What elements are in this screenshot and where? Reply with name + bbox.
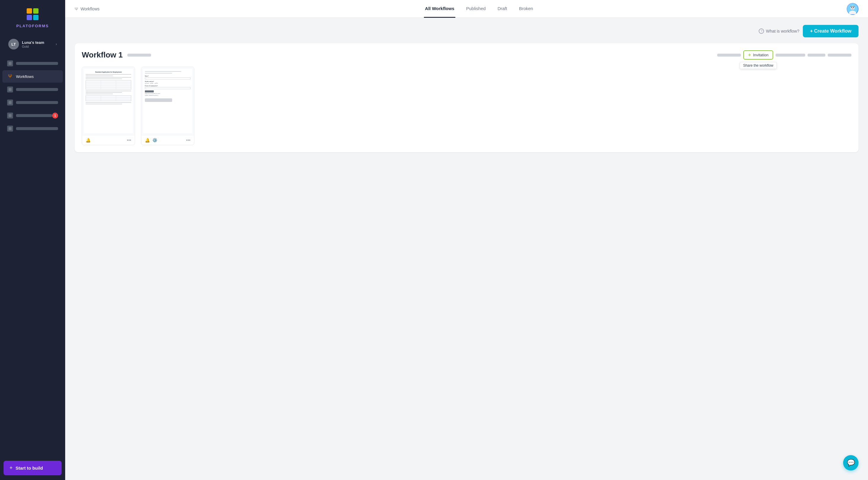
sidebar-item-5-label xyxy=(16,127,58,130)
breadcrumb-label: Workflows xyxy=(81,6,99,11)
form2-footer-text-2: Qualities. Standard this product is. xyxy=(145,95,190,96)
workflow-forms: Standard Application for Employment xyxy=(82,67,851,145)
question-icon: ? xyxy=(759,28,764,34)
svg-rect-9 xyxy=(850,6,855,7)
invitation-label: Invitation xyxy=(753,53,769,57)
team-plan: Gold xyxy=(22,45,56,48)
form2-radio-female: Female xyxy=(145,83,149,84)
sidebar: PLATOFORMS LT Luna's team Gold › Ψ Workf… xyxy=(0,0,65,480)
sidebar-item-workflows[interactable]: Ψ Workflows xyxy=(2,70,63,83)
bell-icon[interactable]: 🔔 xyxy=(86,138,91,143)
create-workflow-label: + Create Workflow xyxy=(810,28,851,34)
form-line xyxy=(86,104,122,104)
settings-icon[interactable]: ⚙️ xyxy=(152,138,157,143)
platoforms-logo-icon xyxy=(26,7,40,21)
form-card-1-footer: 🔔 ••• xyxy=(82,135,135,145)
sidebar-item-4-label xyxy=(16,114,52,117)
workflow-action-1 xyxy=(717,54,741,57)
sidebar-item-2[interactable] xyxy=(2,83,63,96)
breadcrumb-icon: Ψ xyxy=(75,6,78,11)
form-table-2 xyxy=(86,95,131,101)
svg-rect-0 xyxy=(27,8,32,13)
form-2-content: Name* Gender options* Female xyxy=(143,69,192,133)
team-info: Luna's team Gold xyxy=(22,40,56,48)
form-card-1-preview: Standard Application for Employment xyxy=(82,67,135,135)
form2-gender-options: Female Male Other xyxy=(145,83,190,84)
form-table xyxy=(86,80,131,89)
form-line xyxy=(86,94,113,94)
form2-employment-input xyxy=(145,87,190,89)
tab-all-workflows[interactable]: All Workflows xyxy=(424,0,456,18)
sidebar-item-5[interactable] xyxy=(2,122,63,135)
team-avatar: LT xyxy=(8,39,19,50)
sidebar-item-3-icon xyxy=(7,99,13,106)
form-2-line xyxy=(145,73,172,73)
form-card-2-footer: 🔔 ⚙️ ••• xyxy=(141,135,194,145)
chat-icon: 💬 xyxy=(847,459,855,467)
team-name: Luna's team xyxy=(22,40,56,45)
form2-name-label: Name* xyxy=(145,75,190,77)
workflow-actions: ✈ Invitation Share the workflow xyxy=(717,50,851,60)
user-avatar[interactable] xyxy=(847,3,859,15)
user-avatar-image xyxy=(847,3,859,15)
sidebar-item-0-label xyxy=(16,62,58,65)
form-1-content: Standard Application for Employment xyxy=(84,69,133,133)
sidebar-item-3-label xyxy=(16,101,58,104)
sidebar-item-4[interactable]: 1 xyxy=(2,109,63,122)
form-card-1[interactable]: Standard Application for Employment xyxy=(82,67,135,145)
share-tooltip: Share the workflow xyxy=(740,62,776,69)
form2-employment-label: Forms of employment* xyxy=(145,85,190,87)
form2-radio-other: Other xyxy=(155,83,158,84)
workflows-icon: Ψ xyxy=(7,73,13,80)
form-line xyxy=(86,91,131,91)
chat-button[interactable]: 💬 xyxy=(843,455,859,471)
tab-broken[interactable]: Broken xyxy=(518,0,534,18)
sidebar-navigation: Ψ Workflows 1 xyxy=(0,54,65,456)
form2-bottom-bar xyxy=(145,98,172,102)
start-to-build-label: Start to build xyxy=(16,466,43,471)
form-card-1-icons: 🔔 xyxy=(86,138,91,143)
form-card-2[interactable]: Name* Gender options* Female xyxy=(141,67,194,145)
sidebar-item-3[interactable] xyxy=(2,96,63,109)
top-nav-tabs: All Workflows Published Draft Broken xyxy=(112,0,847,18)
top-navigation: Ψ Workflows All Workflows Published Draf… xyxy=(65,0,868,18)
more-icon-2[interactable]: ••• xyxy=(186,138,190,143)
form-card-2-icons: 🔔 ⚙️ xyxy=(145,138,157,143)
workflow-title: Workflow 1 xyxy=(82,50,123,60)
chevron-right-icon: › xyxy=(56,42,57,46)
form-line xyxy=(86,79,122,79)
what-is-workflow-link[interactable]: ? What is workflow? xyxy=(759,28,799,34)
content-toolbar: ? What is workflow? + Create Workflow xyxy=(75,25,859,37)
tab-draft[interactable]: Draft xyxy=(496,0,508,18)
bell-icon-2[interactable]: 🔔 xyxy=(145,138,150,143)
create-workflow-button[interactable]: + Create Workflow xyxy=(803,25,859,37)
form-line xyxy=(86,76,113,76)
main-area: Ψ Workflows All Workflows Published Draf… xyxy=(65,0,868,480)
logo-area: PLATOFORMS xyxy=(0,0,65,34)
what-is-workflow-label: What is workflow? xyxy=(766,29,799,33)
nav-badge: 1 xyxy=(52,113,58,119)
form2-submit-btn xyxy=(145,90,154,92)
form2-gender-label: Gender options* xyxy=(145,81,190,82)
sidebar-item-5-icon xyxy=(7,126,13,131)
workflow-action-2 xyxy=(776,54,805,57)
sidebar-item-0-icon xyxy=(7,60,13,66)
form-line xyxy=(86,102,131,103)
sidebar-item-workflows-label: Workflows xyxy=(16,74,34,79)
form-line xyxy=(86,92,122,93)
plus-icon: + xyxy=(9,465,13,471)
start-to-build-button[interactable]: + Start to build xyxy=(4,461,62,475)
team-selector[interactable]: LT Luna's team Gold › xyxy=(4,35,62,53)
workflow-card-header: Workflow 1 ✈ Invitation Share the workfl… xyxy=(82,50,851,60)
form-1-title: Standard Application for Employment xyxy=(86,71,131,73)
tab-published[interactable]: Published xyxy=(465,0,487,18)
sidebar-item-0[interactable] xyxy=(2,57,63,70)
sidebar-item-4-icon xyxy=(7,113,13,119)
more-icon[interactable]: ••• xyxy=(127,138,131,143)
main-content: ? What is workflow? + Create Workflow Wo… xyxy=(65,18,868,480)
send-icon: ✈ xyxy=(748,53,751,57)
sidebar-item-2-label xyxy=(16,88,58,91)
invitation-button[interactable]: ✈ Invitation Share the workflow xyxy=(743,50,773,60)
svg-rect-2 xyxy=(27,15,32,20)
workflow-status-placeholder xyxy=(127,54,151,57)
